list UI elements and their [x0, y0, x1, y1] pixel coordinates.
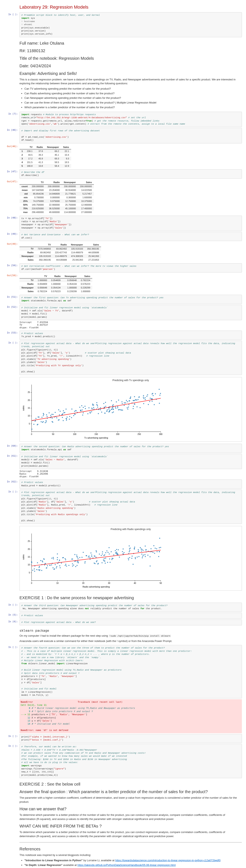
svg-point-429 — [102, 553, 103, 554]
svg-point-359 — [60, 567, 61, 568]
svg-point-185 — [97, 406, 98, 407]
svg-point-312 — [138, 549, 139, 550]
code-cell[interactable]: # Initialise and fit linear regression m… — [20, 305, 242, 320]
svg-point-218 — [146, 396, 147, 397]
svg-point-284 — [122, 549, 124, 550]
out-label: Out[50]: — [4, 273, 20, 294]
svg-point-150 — [43, 414, 44, 415]
svg-point-183 — [101, 412, 102, 413]
svg-point-404 — [57, 563, 58, 564]
svg-point-206 — [143, 398, 144, 399]
svg-point-344 — [49, 565, 50, 566]
svg-point-105 — [108, 408, 109, 409]
svg-point-53 — [65, 408, 66, 409]
svg-point-182 — [66, 416, 67, 417]
svg-point-267 — [133, 564, 134, 565]
link[interactable]: https://jakevdp.github.io/PythonDataScie… — [78, 864, 176, 867]
in-label: In [48]: — [4, 216, 20, 231]
svg-point-188 — [52, 422, 53, 423]
svg-point-290 — [129, 551, 130, 552]
heading: References — [20, 847, 242, 851]
svg-point-132 — [71, 408, 72, 409]
code-cell[interactable]: # Therefore, our model can be written as… — [20, 744, 242, 778]
svg-point-438 — [86, 555, 87, 556]
svg-point-307 — [75, 561, 76, 562]
svg-point-379 — [65, 565, 66, 566]
code-cell[interactable]: # Import and display first rows of the a… — [20, 128, 242, 144]
svg-point-310 — [141, 549, 142, 550]
svg-point-149 — [122, 403, 123, 404]
svg-point-322 — [141, 551, 142, 552]
svg-point-396 — [78, 562, 79, 563]
svg-point-377 — [116, 552, 117, 553]
svg-point-166 — [103, 403, 104, 404]
link[interactable]: https://towardsdatascience.com/introduct… — [115, 859, 221, 862]
inline-code: !sudo /opt/jupyterhub/bin/pip install sk… — [109, 634, 171, 638]
svg-point-392 — [138, 551, 139, 552]
code-cell[interactable]: # Predict values Tv_pred = model.predict… — [20, 331, 242, 340]
code-cell[interactable]: # Answer the second question: Can Radio … — [20, 444, 242, 453]
code-cell[interactable]: # Get Correlation Coefficient - What can… — [20, 263, 242, 273]
in-label: In [50]: — [4, 263, 20, 273]
svg-point-221 — [113, 411, 114, 412]
code-cell[interactable]: # Answer the fourth question: Can we use… — [20, 645, 242, 698]
svg-point-295 — [131, 558, 132, 559]
in-label: In [5]: — [4, 613, 20, 619]
code-cell[interactable]: print(f'alpha = {model.intercept_}') pri… — [20, 734, 242, 743]
code-cell[interactable]: import requests # Module to process http… — [20, 112, 242, 127]
svg-point-158 — [113, 409, 114, 410]
svg-point-154 — [154, 404, 155, 405]
svg-point-35 — [97, 402, 98, 403]
code-cell[interactable]: # Predict values Radio_pred = model2.pre… — [20, 479, 242, 489]
svg-point-332 — [46, 567, 47, 568]
svg-point-212 — [82, 414, 83, 415]
svg-point-56 — [124, 405, 125, 406]
svg-point-327 — [111, 559, 112, 560]
svg-point-339 — [96, 561, 97, 562]
paragraph: This notebook was inspired by a several … — [20, 853, 242, 857]
svg-point-41 — [135, 400, 136, 401]
svg-point-262 — [96, 550, 97, 551]
svg-point-313 — [122, 551, 123, 552]
code-cell[interactable]: # Plot regression against actual data - … — [20, 619, 242, 625]
svg-point-78 — [126, 400, 127, 401]
svg-point-140 — [47, 416, 48, 417]
code-cell[interactable]: tv = np.array(df['TV']) radio = np.array… — [20, 216, 242, 231]
in-label: In [ ]: — [4, 645, 20, 698]
svg-point-292 — [145, 556, 146, 557]
code-cell[interactable]: # Preamble script block to identify host… — [20, 12, 242, 37]
code-cell[interactable]: # Answer the third question: Can Newspap… — [20, 603, 242, 612]
svg-point-119 — [115, 406, 116, 407]
svg-point-448 — [65, 559, 66, 560]
svg-point-402 — [72, 563, 73, 564]
svg-point-419 — [130, 548, 131, 549]
svg-point-129 — [115, 408, 116, 409]
svg-point-162 — [85, 408, 86, 409]
error-traceback: NameError Traceback (most recent call la… — [20, 699, 242, 733]
code-cell[interactable]: # Get Variance and Covariance - What can… — [20, 232, 242, 241]
svg-point-286 — [65, 564, 66, 565]
code-cell[interactable]: # Predict values — [20, 613, 242, 619]
svg-point-420 — [111, 551, 112, 552]
code-cell[interactable]: # Plot regression against actual data - … — [20, 341, 242, 375]
svg-point-410 — [56, 567, 57, 568]
svg-point-118 — [133, 406, 134, 407]
in-label: In [52]: — [4, 305, 20, 330]
out-label: Out[47]: — [4, 179, 20, 215]
code-cell[interactable]: # Initialise and fit linear regression m… — [20, 454, 242, 469]
heading: How can we answer that? — [20, 807, 242, 811]
heading: Full name: Leke Otulana — [20, 41, 242, 45]
code-cell[interactable]: # Describe the df df.describe() — [20, 169, 242, 179]
svg-point-274 — [42, 561, 43, 562]
code-cell[interactable]: # Plot regression against actual data - … — [20, 490, 242, 524]
svg-text:20: 20 — [28, 548, 30, 550]
svg-text:0: 0 — [31, 582, 32, 584]
svg-text:15: 15 — [28, 407, 30, 409]
svg-point-208 — [87, 413, 88, 414]
svg-point-114 — [83, 407, 84, 408]
svg-text:10: 10 — [28, 415, 30, 417]
in-label: In [7]: — [4, 112, 20, 127]
svg-point-165 — [46, 421, 47, 422]
code-cell[interactable]: # Answer the first question: Can Tv adve… — [20, 295, 242, 304]
svg-point-336 — [159, 551, 160, 552]
